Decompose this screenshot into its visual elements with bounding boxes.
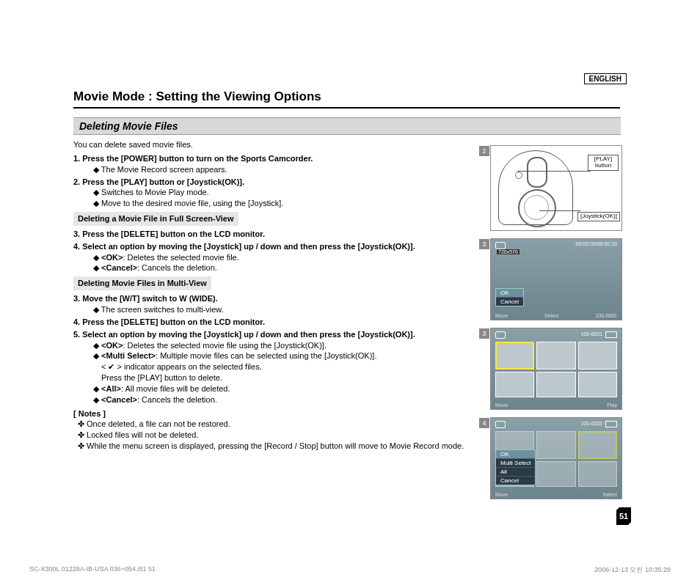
menu-item: OK	[496, 450, 535, 459]
hint-move: Move	[495, 403, 508, 408]
delete-menu-multiview: OK Multi Select All Cancel	[495, 449, 536, 485]
file-label: 100-0001	[580, 331, 602, 337]
thumbnail	[578, 372, 617, 398]
hint-play: Play	[607, 403, 617, 408]
menu-item: OK	[496, 289, 523, 298]
figure-3b-number: 3	[479, 328, 489, 339]
step-2-bullet-2: ◆ Move to the desired movie file, using …	[73, 198, 473, 209]
device-outline	[498, 150, 573, 225]
notes-heading: [ Notes ]	[73, 408, 473, 419]
footer-right: 2006-12-13 오전 10:35:28	[594, 565, 671, 575]
step-5-bullet-cancel: ◆ <Cancel>: Cancels the deletion.	[73, 394, 473, 405]
figure-4-number: 4	[479, 418, 489, 428]
joystick-inner-icon	[524, 195, 549, 220]
language-label: ENGLISH	[584, 73, 627, 84]
section-subtitle: Deleting Movie Files	[73, 117, 621, 135]
delete-menu-fullscreen: OK Cancel	[495, 288, 524, 306]
page-title: Movie Mode : Setting the Viewing Options	[73, 89, 620, 109]
note-2: ✤ Locked files will not be deleted.	[73, 430, 473, 441]
step-3b: 3. Move the [W/T] switch to W (WIDE).	[73, 293, 473, 304]
menu-item: Cancel	[496, 298, 523, 306]
thumbnail	[578, 342, 617, 370]
resolution-label: 720x576	[497, 249, 519, 254]
step-1: 1. Press the [POWER] button to turn on t…	[73, 153, 473, 164]
leader-line	[539, 210, 580, 211]
thumbnail	[578, 461, 617, 488]
step-5b: 5. Select an option by moving the [Joyst…	[73, 329, 473, 340]
thumbnail	[536, 461, 575, 488]
figure-4-multiview-menu: 4 100-0003 OK Multi Select All Cancel Mo…	[490, 417, 622, 499]
callout-joystick: [Joystick(OK)]	[577, 212, 620, 221]
figure-2-number: 2	[479, 146, 489, 156]
note-1: ✤ Once deleted, a file can not be restor…	[73, 419, 473, 430]
intro-text: You can delete saved movie files.	[73, 139, 473, 150]
step-4a-bullet-ok: ◆ <OK>: Deletes the selected movie file.	[73, 252, 473, 263]
step-3a: 3. Press the [DELETE] button on the LCD …	[73, 229, 473, 240]
thumbnail	[495, 342, 534, 370]
thumbnail	[536, 372, 575, 398]
menu-item: Cancel	[496, 477, 535, 485]
step-3b-bullet-1: ◆ The screen switches to multi-view.	[73, 304, 473, 315]
page-number: 51	[616, 507, 631, 525]
thumbnail	[578, 431, 617, 459]
step-5-multiselect-cont2: Press the [PLAY] button to delete.	[73, 372, 473, 383]
camera-icon	[495, 331, 506, 339]
hint-select: Select	[603, 492, 617, 497]
subsection-fullscreen: Deleting a Movie File in Full Screen-Vie…	[73, 212, 238, 226]
wt-switch-icon	[527, 157, 547, 188]
camera-icon	[495, 242, 506, 249]
step-2: 2. Press the [PLAY] button or [Joystick(…	[73, 177, 473, 188]
battery-icon	[605, 331, 617, 338]
thumbnail	[536, 431, 575, 459]
file-label: 100-0001	[595, 313, 617, 318]
footer-left: SC-X300L 01228A-IB-USA 036~054.i51 51	[29, 565, 156, 575]
timecode: 00:00:00/00:00:10	[576, 241, 617, 246]
step-2-bullet-1: ◆ Switches to Movie Play mode.	[73, 187, 473, 198]
thumbnail	[536, 342, 575, 370]
figures-column: 2 [PLAY] button [Joystick(OK)] 3 00:00:0…	[490, 145, 622, 507]
step-1-bullet-1: ◆ The Movie Record screen appears.	[73, 164, 473, 175]
menu-item: All	[496, 468, 535, 477]
thumbnail-grid	[495, 342, 617, 397]
hint-select: Select	[544, 313, 558, 318]
hint-move: Move	[495, 313, 508, 318]
figure-3a-number: 3	[479, 239, 489, 249]
leader-line	[517, 171, 591, 172]
step-4a: 4. Select an option by moving the [Joyst…	[73, 241, 473, 252]
step-5-bullet-multiselect: ◆ <Multi Select>: Multiple movie files c…	[73, 350, 473, 361]
file-label: 100-0003	[580, 421, 602, 426]
play-button-icon	[515, 172, 522, 179]
step-5-bullet-ok: ◆ <OK>: Deletes the selected movie file …	[73, 340, 473, 351]
figure-3-fullscreen: 3 00:00:00/00:00:10 720x576 OK Cancel Mo…	[490, 238, 622, 320]
callout-play-button: [PLAY] button	[588, 155, 619, 171]
subsection-multiview: Deleting Movie Files in Multi-View	[73, 276, 211, 290]
step-5-bullet-all: ◆ <All>: All movie files will be deleted…	[73, 383, 473, 394]
print-footer: SC-X300L 01228A-IB-USA 036~054.i51 51 20…	[29, 565, 671, 575]
menu-item: Multi Select	[496, 459, 535, 468]
battery-icon	[605, 421, 617, 427]
note-3: ✤ While the menu screen is displayed, pr…	[73, 441, 473, 452]
camera-icon	[495, 421, 506, 428]
thumbnail	[495, 372, 534, 398]
figure-3-multiview: 3 100-0001 Move Play	[490, 328, 622, 410]
hint-move: Move	[495, 492, 508, 497]
figure-2: 2 [PLAY] button [Joystick(OK)]	[490, 145, 622, 231]
step-4b: 4. Press the [DELETE] button on the LCD …	[73, 317, 473, 328]
body-text: You can delete saved movie files. 1. Pre…	[73, 139, 473, 452]
step-5-multiselect-cont1: < ✔ > indicator appears on the selected …	[73, 361, 473, 372]
step-4a-bullet-cancel: ◆ <Cancel>: Cancels the deletion.	[73, 262, 473, 273]
